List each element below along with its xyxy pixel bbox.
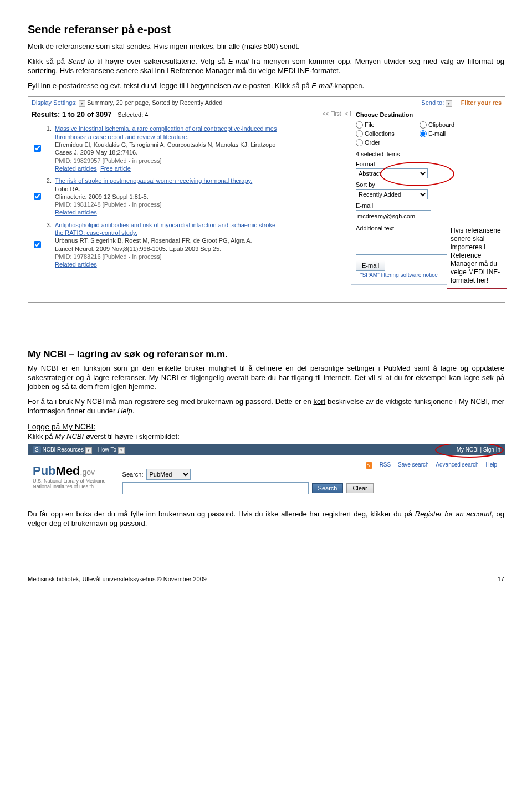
chevron-down-icon[interactable]: ▾ [79, 100, 85, 107]
clear-button[interactable]: Clear [346, 483, 373, 493]
pubmed-window: Display Settings: ▾ Summary, 20 per page… [28, 96, 505, 303]
page-footer: Medisinsk bibliotek, Ullevål universitet… [28, 573, 504, 583]
chevron-down-icon[interactable]: ▾ [118, 447, 125, 454]
result-pmid: PMID: 19811248 [PubMed - in process] [55, 201, 353, 208]
result-item: 1. Massive intestinal ischemia, a rare c… [28, 122, 356, 175]
ncbi-howto-link[interactable]: How To [98, 447, 116, 453]
paragraph: Merk de referansene som skal sendes. Hvi… [28, 42, 504, 52]
ncbi-logo: S [33, 446, 41, 453]
dest-collections-radio[interactable]: Collections [356, 130, 420, 137]
chevron-down-icon[interactable]: ▾ [85, 447, 92, 454]
email-button[interactable]: E-mail [356, 260, 385, 271]
text-italic: Send to [68, 57, 94, 65]
text-italic: E-mail [228, 57, 249, 65]
format-select[interactable]: Abstract [356, 168, 428, 178]
ncbi-screenshot: S NCBI Resources ▾ How To ▾ My NCBI | Si… [28, 444, 505, 503]
result-pmid: PMID: 19783216 [PubMed - in process] [55, 253, 353, 260]
dest-clipboard-radio[interactable]: Clipboard [420, 121, 483, 129]
result-source: Lancet Neurol. 2009 Nov;8(11):998-1005. … [55, 245, 353, 253]
result-number: 3. [46, 221, 52, 269]
text-italic: E-mail [311, 81, 332, 90]
text: Klikk så på [28, 57, 68, 65]
result-checkbox[interactable] [34, 178, 41, 214]
search-top-links: ∿ RSS Save search Advanced search Help [360, 461, 497, 469]
text-underline: kort [314, 397, 326, 406]
text: For å ta i bruk My NCBI må man registrer… [28, 397, 314, 406]
panel-title: Choose Destination [356, 111, 483, 119]
search-button[interactable]: Search [312, 483, 344, 493]
paragraph: My NCBI er en funksjon som gir den enkel… [28, 364, 504, 392]
page-number: 17 [498, 575, 504, 583]
selected-items-text: 4 selected items [356, 150, 483, 158]
pubmed-screenshot: Display Settings: ▾ Summary, 20 per page… [28, 96, 504, 315]
pubmed-logo: PubMed.gov [33, 463, 106, 479]
text: Fyll inn e-postadresse og evt. tekst du … [28, 81, 311, 90]
text: til høyre over søkeresultatene. Velg så [94, 57, 228, 65]
paragraph: Klikk så på Send to til høyre over søker… [28, 57, 504, 76]
related-articles-link[interactable]: Related articles [55, 165, 97, 172]
result-item: 2. The risk of stroke in postmenopausal … [28, 175, 356, 218]
sortby-label: Sort by [356, 181, 483, 188]
result-pmid: PMID: 19829957 [PubMed - in process] [55, 157, 353, 165]
result-checkbox[interactable] [34, 222, 41, 267]
result-authors: Efremidou EI, Kouklakis G, Tsirogianni A… [55, 141, 353, 148]
text-italic: Help [117, 407, 132, 415]
result-title[interactable]: Antiphospholipid antibodies and risk of … [55, 221, 353, 237]
result-source: Cases J. 2009 May 18;2:7416. [55, 148, 353, 156]
search-db-select[interactable]: PubMed [146, 469, 191, 480]
spam-notice-link[interactable]: "SPAM" filtering software notice [360, 272, 438, 278]
save-search-link[interactable]: Save search [398, 462, 429, 468]
rss-link[interactable]: RSS [380, 462, 391, 468]
ncbi-subtitle: National Institutes of Health [33, 484, 106, 490]
page-title: Sende referanser på e-post [28, 22, 504, 37]
filter-label: Filter your res [461, 99, 502, 106]
result-authors: Lobo RA. [55, 185, 353, 193]
help-link[interactable]: Help [485, 462, 497, 468]
display-settings-detail: Summary, 20 per page, Sorted by Recently… [87, 99, 222, 106]
sortby-select[interactable]: Recently Added [356, 189, 428, 199]
paragraph: Fyll inn e-postadresse og evt. tekst du … [28, 81, 504, 91]
footer-text: Medisinsk bibliotek, Ullevål universitet… [28, 575, 207, 583]
text: Klikk på [28, 432, 55, 440]
result-title[interactable]: The risk of stroke in postmenopausal wom… [55, 177, 353, 185]
search-label: Search: [122, 470, 144, 478]
text: øverst til høyre i skjermbildet: [84, 432, 180, 440]
subheading: Logge på My NCBI: [28, 422, 95, 431]
paragraph: For å ta i bruk My NCBI må man registrer… [28, 397, 504, 416]
text-italic: Register for an account [415, 510, 492, 518]
dest-order-radio[interactable]: Order [356, 139, 420, 146]
rss-icon[interactable]: ∿ [366, 462, 372, 469]
search-input[interactable] [122, 482, 309, 494]
related-articles-link[interactable]: Related articles [55, 261, 97, 268]
ncbi-resources-link[interactable]: NCBI Resources [42, 447, 83, 453]
selected-count: Selected: 4 [117, 111, 148, 118]
paragraph: Du får opp en boks der du må fylle inn b… [28, 510, 504, 529]
text: . [132, 407, 135, 415]
result-authors: Urbanus RT, Siegerink B, Roest M, Rosend… [55, 237, 353, 244]
result-title[interactable]: Massive intestinal ischemia, a rare comp… [55, 125, 353, 141]
dest-file-radio[interactable]: File [356, 121, 420, 129]
free-article-link[interactable]: Free article [100, 165, 131, 172]
text: Du får opp en boks der du må fylle inn b… [28, 510, 415, 518]
chevron-down-icon[interactable]: ▾ [446, 100, 452, 107]
results-count: Results: 1 to 20 of 3097 [32, 110, 112, 119]
advanced-search-link[interactable]: Advanced search [436, 462, 478, 468]
email-label: E-mail [356, 202, 483, 209]
ncbi-top-bar: S NCBI Resources ▾ How To ▾ My NCBI | Si… [28, 444, 505, 455]
text: du velge MEDLINE-formatet. [247, 66, 341, 75]
related-articles-link[interactable]: Related articles [55, 209, 97, 216]
first-page-link[interactable]: << First [323, 111, 341, 117]
send-to-link[interactable]: Send to: [421, 99, 444, 106]
email-field[interactable] [356, 210, 431, 222]
result-item: 3. Antiphospholipid antibodies and risk … [28, 219, 356, 271]
dest-email-radio[interactable]: E-mail [420, 130, 483, 137]
annotation-callout: Hvis referansene senere skal importeres … [447, 223, 507, 289]
format-label: Format [356, 160, 483, 168]
result-source: Climacteric. 2009;12 Suppl 1:81-5. [55, 193, 353, 201]
section-heading: My NCBI – lagring av søk og referanser m… [28, 349, 504, 361]
result-checkbox[interactable] [34, 126, 41, 171]
text-italic: My NCBI [55, 432, 84, 440]
display-settings-link[interactable]: Display Settings: [32, 99, 77, 106]
result-number: 2. [46, 177, 52, 216]
text: -knappen. [332, 81, 364, 90]
